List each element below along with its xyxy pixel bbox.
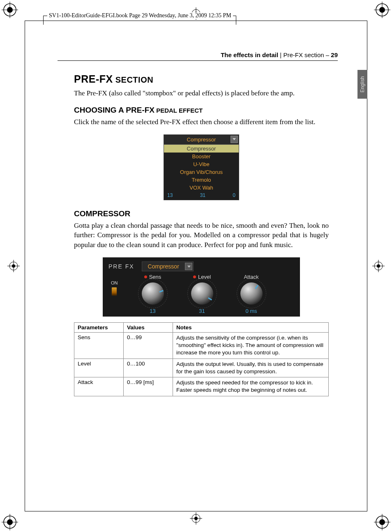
red-dot-icon bbox=[193, 275, 196, 278]
th-parameters: Parameters bbox=[74, 322, 124, 332]
table-header-row: Parameters Values Notes bbox=[74, 322, 329, 332]
running-header-light: Pre-FX section – bbox=[283, 51, 331, 58]
knob-row: ON Sens 13 Level bbox=[111, 274, 294, 314]
regmark-tr bbox=[374, 2, 390, 18]
knob-sens-value: 13 bbox=[150, 308, 155, 314]
page-frame: SV1-100-EditorGuide-EFGI.book Page 29 We… bbox=[25, 21, 367, 511]
parameters-table: Parameters Values Notes Sens 0…99 Adjust… bbox=[74, 322, 329, 396]
td-param: Sens bbox=[74, 332, 124, 359]
dropdown-item-compressor[interactable]: Compressor bbox=[164, 145, 239, 153]
knob-attack-value: 0 ms bbox=[245, 308, 257, 314]
knob-sens-dial[interactable] bbox=[142, 282, 164, 305]
prefx-panel-top: PRE FX Compressor bbox=[108, 261, 294, 271]
compressor-subtitle-text: COMPRESSOR bbox=[74, 209, 130, 218]
table-row: Level 0…100 Adjusts the output level. Us… bbox=[74, 359, 329, 377]
running-header-sep: | bbox=[278, 51, 283, 58]
compressor-paragraph: Gotta play a clean chordal passage that … bbox=[74, 221, 329, 250]
regmark-bl bbox=[2, 514, 18, 530]
dropdown-footer-mid: 31 bbox=[200, 192, 205, 198]
frame-header-text: SV1-100-EditorGuide-EFGI.book Page 29 We… bbox=[47, 12, 233, 19]
regmark-tl bbox=[2, 2, 18, 18]
prefx-panel-select[interactable]: Compressor bbox=[142, 261, 194, 271]
knob-level-dial[interactable] bbox=[191, 282, 213, 305]
choosing-subtitle: CHOOSING A PRE-FX PEDAL EFFECT bbox=[74, 106, 329, 115]
knob-pointer-icon bbox=[159, 290, 163, 292]
choosing-subtitle-main: CHOOSING A PRE-FX bbox=[74, 106, 154, 114]
section-title: PRE-FX SECTION bbox=[74, 73, 329, 85]
dropdown-item-voxwah[interactable]: VOX Wah bbox=[164, 184, 239, 192]
dropdown-footer: 13 31 0 bbox=[164, 192, 239, 200]
prefx-panel-select-text: Compressor bbox=[148, 263, 179, 270]
knob-attack-dial[interactable] bbox=[240, 282, 263, 305]
table-row: Sens 0…99 Adjusts the sensitivity of the… bbox=[74, 332, 329, 359]
knob-level: Level 31 bbox=[184, 274, 221, 314]
red-dot-icon bbox=[144, 275, 147, 278]
content-area: PRE-FX SECTION The Pre-FX (also called "… bbox=[74, 73, 329, 396]
dropdown-item-booster[interactable]: Booster bbox=[164, 153, 239, 160]
knob-level-value: 31 bbox=[199, 308, 205, 314]
th-notes: Notes bbox=[173, 322, 329, 332]
regmark-br bbox=[374, 514, 390, 530]
td-param: Attack bbox=[74, 377, 124, 396]
on-switch-block: ON bbox=[111, 280, 118, 296]
on-label: ON bbox=[111, 280, 118, 285]
prefx-panel: PRE FX Compressor ON Sens 13 bbox=[103, 257, 300, 317]
chevron-down-icon[interactable] bbox=[231, 136, 238, 143]
running-header: The effects in detail | Pre-FX section –… bbox=[58, 51, 338, 61]
td-values: 0…100 bbox=[124, 359, 173, 377]
td-notes: Adjusts the speed needed for the compres… bbox=[173, 377, 329, 396]
dropdown-footer-left: 13 bbox=[167, 192, 173, 198]
knob-sens: Sens 13 bbox=[134, 274, 171, 314]
dropdown-item-tremolo[interactable]: Tremolo bbox=[164, 176, 239, 184]
dropdown-footer-right: 0 bbox=[233, 192, 235, 198]
running-header-bold: The effects in detail bbox=[221, 51, 278, 58]
dropdown-item-organ[interactable]: Organ Vib/Chorus bbox=[164, 168, 239, 176]
compressor-subtitle: COMPRESSOR bbox=[74, 209, 329, 218]
on-switch[interactable] bbox=[111, 287, 117, 296]
td-notes: Adjusts the sensitivity of the compresso… bbox=[173, 332, 329, 359]
dropdown-header[interactable]: Compressor bbox=[164, 135, 239, 145]
knob-pointer-icon bbox=[208, 297, 212, 301]
knob-pointer-icon bbox=[255, 285, 258, 289]
intro-paragraph: The Pre-FX (also called "stompbox" or pe… bbox=[74, 88, 329, 98]
table-row: Attack 0…99 [ms] Adjusts the speed neede… bbox=[74, 377, 329, 396]
dropdown-item-uvibe[interactable]: U-Vibe bbox=[164, 160, 239, 168]
dropdown-figure: Compressor Compressor Booster U-Vibe Org… bbox=[164, 134, 239, 200]
sidemark-left bbox=[7, 260, 20, 272]
sidemark-right bbox=[372, 260, 385, 272]
knob-attack: Attack 0 ms bbox=[233, 274, 270, 314]
choosing-paragraph: Click the name of the selected Pre-FX ef… bbox=[74, 117, 329, 127]
td-values: 0…99 [ms] bbox=[124, 377, 173, 396]
chevron-down-icon[interactable] bbox=[185, 263, 192, 270]
td-notes: Adjusts the output level. Usually, this … bbox=[173, 359, 329, 377]
prefx-panel-label: PRE FX bbox=[108, 263, 134, 270]
section-title-main: PRE-FX bbox=[74, 73, 113, 85]
td-param: Level bbox=[74, 359, 124, 377]
dropdown-header-label: Compressor bbox=[187, 136, 216, 143]
th-values: Values bbox=[124, 322, 173, 332]
sidemark-bottom bbox=[190, 512, 202, 525]
running-header-page: 29 bbox=[331, 51, 338, 58]
section-title-tail: SECTION bbox=[113, 75, 153, 84]
choosing-subtitle-tail: PEDAL EFFECT bbox=[154, 107, 203, 114]
language-tab: English bbox=[357, 70, 367, 99]
td-values: 0…99 bbox=[124, 332, 173, 359]
